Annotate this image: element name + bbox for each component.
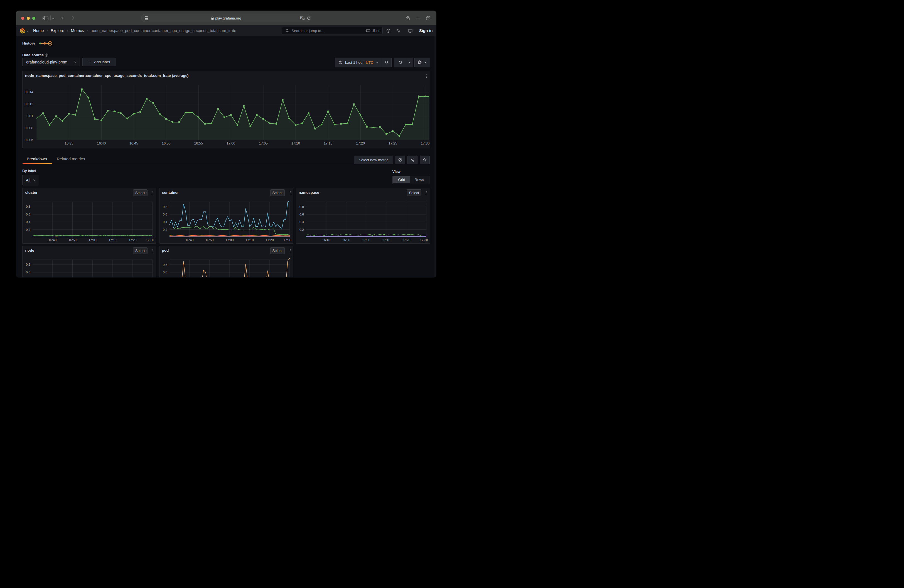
svg-text:17:05: 17:05	[259, 141, 267, 145]
svg-text:17:10: 17:10	[382, 238, 390, 242]
svg-text:16:35: 16:35	[65, 141, 73, 145]
svg-text:17:15: 17:15	[324, 141, 332, 145]
svg-text:16:40: 16:40	[49, 238, 57, 241]
svg-text:17:00: 17:00	[89, 238, 96, 241]
svg-text:0.4: 0.4	[26, 220, 31, 224]
svg-text:0.012: 0.012	[24, 102, 33, 106]
svg-text:17:20: 17:20	[266, 238, 273, 242]
svg-text:17:20: 17:20	[402, 238, 410, 242]
svg-text:0.6: 0.6	[163, 212, 167, 216]
svg-text:0.6: 0.6	[26, 270, 30, 273]
svg-text:17:30: 17:30	[421, 141, 430, 145]
svg-text:0.006: 0.006	[24, 138, 33, 142]
svg-text:0.014: 0.014	[24, 90, 33, 94]
svg-text:0.4: 0.4	[163, 220, 168, 224]
svg-text:16:50: 16:50	[69, 238, 77, 241]
svg-text:0.2: 0.2	[26, 228, 30, 231]
svg-text:16:40: 16:40	[185, 238, 193, 242]
svg-text:17:30: 17:30	[146, 238, 154, 241]
svg-text:0.6: 0.6	[26, 212, 30, 216]
svg-text:17:20: 17:20	[129, 238, 137, 241]
svg-text:0.6: 0.6	[163, 270, 167, 273]
svg-text:17:20: 17:20	[356, 141, 365, 145]
svg-text:0.8: 0.8	[26, 263, 30, 266]
svg-text:16:45: 16:45	[130, 141, 138, 145]
svg-text:17:10: 17:10	[291, 141, 300, 145]
svg-text:17:10: 17:10	[245, 238, 254, 242]
svg-text:0.8: 0.8	[299, 205, 304, 208]
svg-text:17:25: 17:25	[389, 141, 397, 145]
svg-text:17:00: 17:00	[226, 238, 234, 242]
svg-text:0.01: 0.01	[27, 114, 33, 118]
svg-text:16:55: 16:55	[194, 141, 203, 145]
svg-text:17:10: 17:10	[109, 238, 117, 241]
svg-text:17:30: 17:30	[420, 238, 428, 242]
svg-text:0.2: 0.2	[163, 228, 167, 231]
svg-text:0.8: 0.8	[26, 205, 30, 208]
svg-text:16:40: 16:40	[322, 238, 330, 242]
svg-text:16:50: 16:50	[342, 238, 350, 242]
svg-text:0.6: 0.6	[299, 212, 304, 216]
svg-text:17:00: 17:00	[362, 238, 370, 242]
svg-text:16:50: 16:50	[205, 238, 213, 242]
svg-text:17:30: 17:30	[283, 238, 291, 242]
svg-text:0.2: 0.2	[299, 228, 304, 231]
svg-text:0.4: 0.4	[299, 220, 304, 224]
svg-text:文: 文	[303, 18, 305, 20]
svg-text:17:00: 17:00	[226, 141, 235, 145]
svg-text:16:50: 16:50	[162, 141, 170, 145]
svg-text:0.8: 0.8	[163, 263, 167, 266]
svg-text:16:40: 16:40	[97, 141, 106, 145]
svg-text:0.008: 0.008	[24, 126, 33, 130]
svg-text:0.8: 0.8	[163, 205, 167, 208]
